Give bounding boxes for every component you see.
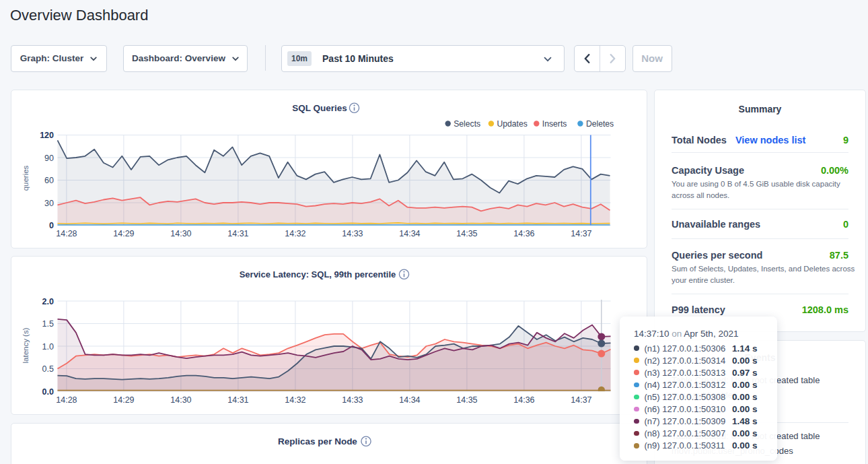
svg-text:14:28: 14:28 bbox=[56, 395, 77, 405]
svg-text:14:29: 14:29 bbox=[113, 228, 134, 238]
svg-text:Replicas per Node: Replicas per Node bbox=[278, 436, 357, 446]
svg-text:14:34: 14:34 bbox=[399, 395, 420, 405]
svg-text:90: 90 bbox=[44, 153, 54, 162]
svg-text:14:34: 14:34 bbox=[399, 228, 420, 238]
svg-text:queries: queries bbox=[21, 165, 29, 191]
svg-text:latency (s): latency (s) bbox=[21, 327, 29, 363]
svg-text:14:37: 14:37 bbox=[571, 395, 591, 405]
svg-text:14:33: 14:33 bbox=[342, 228, 363, 238]
svg-text:14:30: 14:30 bbox=[170, 228, 191, 238]
svg-text:14:37: 14:37 bbox=[571, 228, 591, 238]
svg-text:Deletes: Deletes bbox=[585, 119, 613, 128]
svg-text:14:36: 14:36 bbox=[513, 228, 534, 238]
svg-text:0: 0 bbox=[49, 221, 54, 230]
svg-text:14:33: 14:33 bbox=[342, 395, 363, 405]
svg-text:14:32: 14:32 bbox=[285, 395, 305, 405]
svg-text:Service Latency: SQL, 99th per: Service Latency: SQL, 99th percentile bbox=[239, 269, 396, 279]
svg-text:14:35: 14:35 bbox=[456, 228, 477, 238]
svg-text:14:35: 14:35 bbox=[456, 395, 477, 405]
svg-text:0.5: 0.5 bbox=[42, 364, 53, 374]
svg-text:1.0: 1.0 bbox=[42, 342, 53, 352]
svg-text:14:36: 14:36 bbox=[513, 395, 534, 405]
svg-text:Selects: Selects bbox=[454, 119, 480, 128]
svg-text:14:31: 14:31 bbox=[227, 228, 248, 238]
svg-text:14:30: 14:30 bbox=[170, 395, 191, 405]
svg-text:120: 120 bbox=[40, 131, 54, 140]
svg-text:14:31: 14:31 bbox=[227, 395, 248, 405]
svg-text:60: 60 bbox=[44, 176, 54, 185]
svg-text:Inserts: Inserts bbox=[542, 119, 567, 128]
svg-text:2.0: 2.0 bbox=[42, 297, 53, 306]
svg-text:30: 30 bbox=[44, 198, 54, 207]
svg-text:Updates: Updates bbox=[497, 119, 527, 128]
svg-text:14:29: 14:29 bbox=[113, 395, 134, 405]
svg-text:1.5: 1.5 bbox=[42, 319, 53, 329]
svg-text:14:32: 14:32 bbox=[285, 228, 305, 238]
svg-text:SQL Queries: SQL Queries bbox=[292, 103, 347, 113]
svg-text:14:28: 14:28 bbox=[56, 228, 77, 238]
svg-text:0.0: 0.0 bbox=[42, 387, 53, 397]
